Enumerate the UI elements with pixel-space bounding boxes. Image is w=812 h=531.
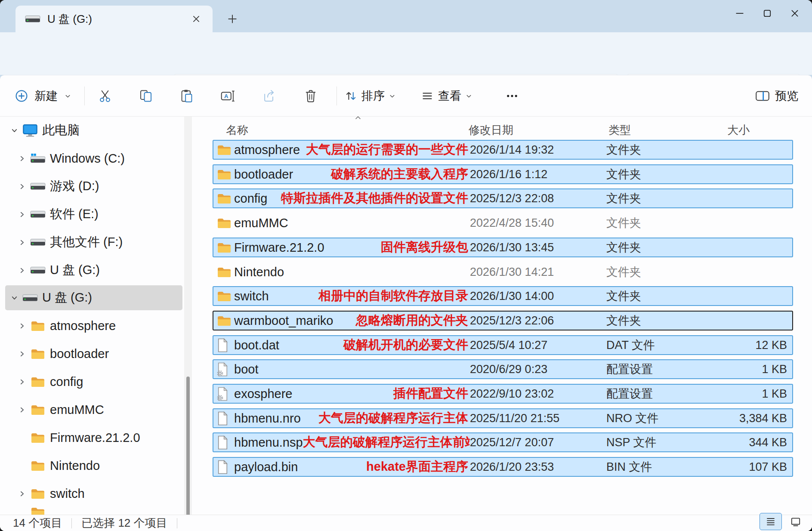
chevron-right-icon[interactable] bbox=[15, 183, 28, 190]
column-header-size[interactable]: 大小 bbox=[727, 123, 750, 138]
file-date-modified: 2025/12/7 20:07 bbox=[470, 436, 606, 449]
file-row-Firmware.21.2.0[interactable]: Firmware.21.2.0固件离线升级包2026/1/30 13:45文件夹 bbox=[213, 238, 793, 257]
sidebar-item-e[interactable]: 软件 (E:) bbox=[0, 201, 186, 228]
more-options-button[interactable] bbox=[500, 86, 524, 106]
monitor-icon bbox=[22, 124, 38, 137]
chevron-right-icon[interactable] bbox=[15, 267, 28, 274]
sidebar-item-switch[interactable]: switch bbox=[0, 480, 186, 507]
cut-button[interactable] bbox=[93, 86, 117, 106]
details-view-toggle[interactable] bbox=[760, 513, 782, 530]
sidebar-item-windowsc[interactable]: Windows (C:) bbox=[0, 145, 186, 172]
chevron-down-icon bbox=[466, 93, 472, 99]
sidebar-item-f[interactable]: 其他文件 (F:) bbox=[0, 228, 186, 256]
column-header-type[interactable]: 类型 bbox=[608, 123, 631, 138]
rename-button[interactable]: A bbox=[216, 86, 240, 106]
toolbar-divider bbox=[84, 86, 85, 105]
paste-button[interactable] bbox=[175, 86, 199, 106]
new-button[interactable]: 新建 bbox=[10, 86, 75, 106]
thumbnail-view-toggle[interactable] bbox=[784, 513, 807, 530]
file-row-boot[interactable]: boot2020/6/29 0:23配置设置1 KB bbox=[213, 359, 793, 379]
file-row-boot.dat[interactable]: boot.dat破解机开机的必要文件2025/5/4 10:27DAT 文件12… bbox=[213, 335, 793, 355]
file-row-payload.bin[interactable]: payload.binhekate界面主程序2026/1/20 23:53BIN… bbox=[213, 457, 793, 477]
column-header-date[interactable]: 修改日期 bbox=[469, 123, 513, 138]
file-row-hbmenu.nsp[interactable]: hbmenu.nsp大气层的破解程序运行主体前端2025/12/7 20:07N… bbox=[213, 432, 793, 452]
preview-button[interactable]: 预览 bbox=[755, 86, 798, 106]
copy-button[interactable] bbox=[134, 86, 158, 106]
list-header: 名称 修改日期 类型 大小 bbox=[213, 117, 793, 139]
chevron-placeholder bbox=[15, 462, 28, 469]
sidebar-item-nintendo[interactable]: Nintendo bbox=[0, 452, 186, 479]
sidebar-item-row-0[interactable]: 此电脑 bbox=[0, 117, 186, 144]
sidebar-item-label: atmosphere bbox=[50, 319, 116, 333]
chevron-right-icon[interactable] bbox=[15, 155, 28, 162]
chevron-right-icon[interactable] bbox=[15, 490, 28, 497]
chevron-down-icon bbox=[65, 93, 71, 99]
minimize-button[interactable] bbox=[726, 0, 753, 27]
sidebar-item-emummc[interactable]: emuMMC bbox=[0, 396, 186, 423]
chevron-right-icon[interactable] bbox=[15, 211, 28, 218]
view-menu-button[interactable]: 查看 bbox=[421, 86, 472, 106]
file-size: 12 KB bbox=[715, 339, 792, 352]
close-button[interactable] bbox=[781, 0, 809, 27]
sidebar-item-ug[interactable]: U 盘 (G:) bbox=[0, 256, 186, 284]
sidebar-item-d[interactable]: 游戏 (D:) bbox=[0, 173, 186, 200]
chevron-down-icon[interactable] bbox=[8, 127, 21, 134]
file-row-switch[interactable]: switch相册中的自制软件存放目录2026/1/30 14:00文件夹 bbox=[213, 286, 793, 306]
chevron-right-icon[interactable] bbox=[15, 239, 28, 246]
sidebar-scrollbar[interactable] bbox=[184, 117, 192, 531]
file-row-Nintendo[interactable]: Nintendo2026/1/30 14:21文件夹 bbox=[213, 262, 793, 282]
navigation-pane: 此电脑Windows (C:)游戏 (D:)软件 (E:)其他文件 (F:)U … bbox=[0, 117, 186, 531]
file-row-exosphere[interactable]: exosphere插件配置文件2022/9/10 23:02配置设置1 KB bbox=[213, 384, 793, 404]
file-type: 文件夹 bbox=[606, 191, 715, 206]
window-controls bbox=[726, 0, 809, 27]
tab-close-icon[interactable] bbox=[188, 10, 205, 28]
chevron-right-icon[interactable] bbox=[15, 322, 28, 330]
explorer-tab[interactable]: U 盘 (G:) bbox=[15, 6, 213, 32]
file-row-emuMMC[interactable]: emuMMC2022/4/28 15:40文件夹 bbox=[213, 213, 793, 233]
file-name: switch bbox=[234, 289, 269, 303]
file-name-cell: atmosphere大气层的运行需要的一些文件 bbox=[234, 141, 470, 158]
sidebar-item-ug[interactable]: U 盘 (G:) bbox=[0, 284, 186, 312]
file-row-config[interactable]: config特斯拉插件及其他插件的设置文件2025/12/3 22:08文件夹 bbox=[213, 188, 793, 208]
chevron-right-icon[interactable] bbox=[15, 406, 28, 414]
status-divider bbox=[71, 518, 72, 528]
chevron-right-icon[interactable] bbox=[15, 378, 28, 386]
file-row-warmboot_mariko[interactable]: warmboot_mariko忽略熔断用的文件夹2025/12/3 22:06文… bbox=[213, 311, 793, 330]
sidebar-item-label: U 盘 (G:) bbox=[42, 289, 92, 306]
sidebar-item-firmware.21.2.0[interactable]: Firmware.21.2.0 bbox=[0, 424, 186, 451]
file-row-atmosphere[interactable]: atmosphere大气层的运行需要的一些文件2026/1/14 19:32文件… bbox=[213, 140, 793, 160]
file-name-cell: Nintendo bbox=[234, 265, 470, 279]
new-tab-button[interactable] bbox=[224, 10, 241, 28]
chevron-right-icon[interactable] bbox=[15, 350, 28, 358]
column-header-name[interactable]: 名称 bbox=[226, 123, 248, 138]
file-date-modified: 2022/9/10 23:02 bbox=[470, 387, 606, 401]
file-date-modified: 2025/11/20 21:55 bbox=[470, 412, 606, 425]
chevron-down-icon[interactable] bbox=[8, 294, 21, 302]
sidebar-item-atmosphere[interactable]: atmosphere bbox=[0, 312, 186, 340]
sidebar-item-label: Nintendo bbox=[50, 459, 100, 473]
file-row-bootloader[interactable]: bootloader破解系统的主要载入程序2026/1/16 1:12文件夹 bbox=[213, 164, 793, 184]
annotation-text: 特斯拉插件及其他插件的设置文件 bbox=[281, 190, 470, 207]
file-row-hbmenu.nro[interactable]: hbmenu.nro大气层的破解程序运行主体2025/11/20 21:55NR… bbox=[213, 408, 793, 428]
folder-icon bbox=[30, 460, 46, 472]
file-name-cell: bootloader破解系统的主要载入程序 bbox=[234, 166, 470, 183]
status-bar: 14 个项目 已选择 12 个项目 bbox=[0, 515, 812, 531]
annotation-text: 大气层的运行需要的一些文件 bbox=[306, 141, 470, 158]
sort-menu-button[interactable]: 排序 bbox=[344, 86, 395, 106]
sidebar-item-bootloader[interactable]: bootloader bbox=[0, 340, 186, 367]
share-button[interactable] bbox=[257, 86, 281, 106]
view-label: 查看 bbox=[438, 88, 461, 104]
sidebar-item-label: 此电脑 bbox=[42, 122, 80, 139]
maximize-button[interactable] bbox=[753, 0, 781, 27]
file-type: 文件夹 bbox=[606, 240, 715, 255]
file-name: hbmenu.nro bbox=[234, 411, 301, 426]
file-type: BIN 文件 bbox=[606, 459, 715, 475]
delete-button[interactable] bbox=[299, 86, 323, 106]
titlebar: U 盘 (G:) bbox=[0, 0, 812, 32]
file-name: bootloader bbox=[234, 167, 293, 182]
drive-icon bbox=[30, 182, 46, 190]
sidebar-item-config[interactable]: config bbox=[0, 368, 186, 395]
preview-panel-icon bbox=[755, 90, 770, 102]
sidebar-item-label: Windows (C:) bbox=[50, 151, 125, 166]
scrollbar-thumb[interactable] bbox=[186, 377, 190, 531]
